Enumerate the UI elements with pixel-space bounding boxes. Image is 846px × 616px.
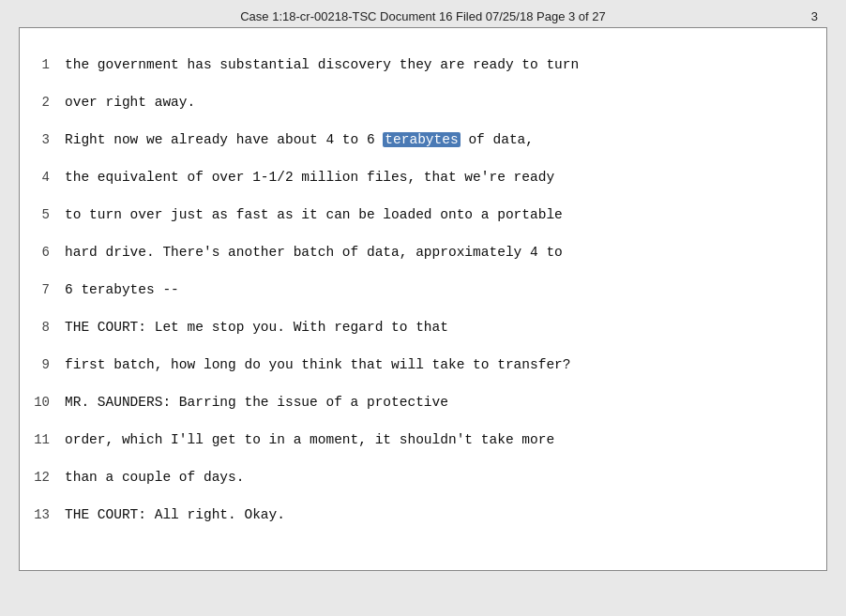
page-header: Case 1:18-cr-00218-TSC Document 16 Filed… xyxy=(0,0,846,27)
line-text: 6 terabytes -- xyxy=(65,279,826,300)
line-number: 10 xyxy=(20,395,65,410)
line-text: first batch, how long do you think that … xyxy=(65,354,826,375)
line-text: over right away. xyxy=(65,92,826,113)
line-text: than a couple of days. xyxy=(65,467,826,488)
line-text: the government has substantial discovery… xyxy=(65,54,826,75)
line-number: 12 xyxy=(20,470,65,485)
line-row xyxy=(20,122,826,129)
line-number: 7 xyxy=(20,282,65,297)
line-row xyxy=(20,422,826,429)
line-number: 8 xyxy=(20,320,65,335)
line-row: 10 MR. SAUNDERS: Barring the issue of a … xyxy=(20,392,826,422)
line-number: 5 xyxy=(20,207,65,222)
line-text: MR. SAUNDERS: Barring the issue of a pro… xyxy=(65,392,826,413)
line-row xyxy=(20,497,826,504)
line-text: THE COURT: All right. Okay. xyxy=(65,504,826,525)
line-row: 11order, which I'll get to in a moment, … xyxy=(20,429,826,459)
line-row: 13 THE COURT: All right. Okay. xyxy=(20,504,826,534)
line-number: 13 xyxy=(20,507,65,522)
line-text: hard drive. There's another batch of dat… xyxy=(65,242,826,263)
line-row: 3 Right now we already have about 4 to 6… xyxy=(20,129,826,159)
line-row: 76 terabytes -- xyxy=(20,279,826,309)
line-row xyxy=(20,459,826,467)
line-row: 5to turn over just as fast as it can be … xyxy=(20,204,826,234)
line-number: 2 xyxy=(20,95,65,110)
line-row xyxy=(20,84,826,92)
line-row: 4the equivalent of over 1-1/2 million fi… xyxy=(20,167,826,197)
line-row xyxy=(20,347,826,354)
document-body: 1the government has substantial discover… xyxy=(19,27,827,571)
line-row xyxy=(20,384,826,392)
line-text: to turn over just as fast as it can be l… xyxy=(65,204,826,225)
line-row: 2over right away. xyxy=(20,92,826,122)
line-row: 12than a couple of days. xyxy=(20,467,826,497)
line-number: 9 xyxy=(20,357,65,372)
highlighted-word: terabytes xyxy=(383,132,460,147)
line-text: THE COURT: Let me stop you. With regard … xyxy=(65,317,826,338)
line-row: 1the government has substantial discover… xyxy=(20,54,826,84)
line-row: 8 THE COURT: Let me stop you. With regar… xyxy=(20,317,826,347)
line-row xyxy=(20,234,826,242)
line-row xyxy=(20,272,826,279)
line-number: 3 xyxy=(20,132,65,147)
page-number: 3 xyxy=(811,9,818,23)
line-text: order, which I'll get to in a moment, it… xyxy=(65,429,826,450)
line-number: 1 xyxy=(20,57,65,72)
line-row xyxy=(20,309,826,317)
case-info: Case 1:18-cr-00218-TSC Document 16 Filed… xyxy=(240,9,606,23)
line-text: the equivalent of over 1-1/2 million fil… xyxy=(65,167,826,188)
line-row xyxy=(20,197,826,204)
line-row xyxy=(20,159,826,167)
line-number: 11 xyxy=(20,432,65,447)
line-text: Right now we already have about 4 to 6 t… xyxy=(65,129,826,150)
line-row: 6hard drive. There's another batch of da… xyxy=(20,242,826,272)
line-number: 6 xyxy=(20,245,65,260)
line-number: 4 xyxy=(20,170,65,185)
line-row: 9first batch, how long do you think that… xyxy=(20,354,826,384)
line-row xyxy=(20,47,826,54)
